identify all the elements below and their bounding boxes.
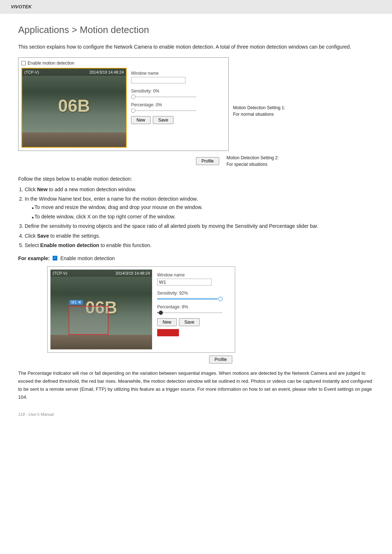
percentage-slider-1[interactable] — [131, 110, 196, 111]
new-button-1[interactable]: New — [131, 116, 151, 124]
footer-paragraph: The Percentage Indicator will rise or fa… — [18, 369, 374, 401]
percentage-slider-2[interactable] — [157, 312, 222, 313]
page-number: 118 - User's Manual — [18, 412, 374, 416]
example-checkbox-label: Enable motion detection — [60, 255, 115, 261]
percentage-indicator — [157, 329, 179, 336]
window-name-row-2: Window name — [157, 272, 227, 286]
panel1-title: Enable motion detection — [21, 61, 225, 66]
enable-motion-checkbox[interactable] — [21, 61, 26, 65]
step-4: Click Save to enable the settings. — [25, 232, 374, 240]
profile-row-2: Profile — [47, 356, 232, 364]
detection-panel-2: (TCP-V) 2014/3/19 14:48:24 06B W1 ✕ — [47, 266, 235, 353]
for-example-row: For example: Enable motion detection — [18, 255, 374, 261]
camera-feed-2: (TCP-V) 2014/3/19 14:48:24 06B W1 ✕ — [50, 270, 152, 349]
annotation-1: Motion Detection Setting 1: For normal s… — [233, 104, 306, 118]
building-number-1: 06B — [58, 96, 90, 116]
window-name-row: Window name — [131, 71, 221, 83]
settings-panel-1: Window name Sensitivity: 0% P — [127, 68, 225, 148]
header: VIVOTEK — [0, 0, 392, 13]
intro-paragraph: This section explains how to configure t… — [18, 43, 374, 51]
camera-ground-2 — [50, 335, 152, 349]
percentage-label-2: Percentage: 8% — [157, 304, 227, 309]
save-button-2[interactable]: Save — [179, 318, 200, 326]
new-button-2[interactable]: New — [157, 318, 177, 326]
step-5: Select Enable motion detection to enable… — [25, 241, 374, 249]
panel2-area: (TCP-V) 2014/3/19 14:48:24 06B W1 ✕ — [47, 266, 374, 364]
buttons-row-1: New Save — [131, 116, 221, 124]
step-2: In the Window Name text box, enter a nam… — [25, 195, 374, 221]
vivotek-logo: VIVOTEK — [11, 4, 32, 9]
profile-button-2[interactable]: Profile — [209, 356, 232, 364]
sensitivity-row-2: Sensitivity: 92% — [157, 291, 227, 299]
bullet-1: To move and resize the window, drag and … — [32, 203, 374, 211]
step-1: Click New to add a new motion detection … — [25, 185, 374, 193]
camera-ground-1 — [22, 132, 126, 147]
content-area: Applications > Motion detection This sec… — [0, 13, 392, 427]
example-checkbox[interactable] — [53, 256, 57, 260]
percentage-row-1: Percentage: 0% — [131, 102, 221, 111]
steps-list: Click New to add a new motion detection … — [25, 185, 374, 250]
bullet-2: To delete window, click X on the top rig… — [32, 213, 374, 221]
window-name-input-1[interactable] — [131, 77, 185, 83]
step-3: Define the sensitivity to moving objects… — [25, 222, 374, 230]
save-button-1[interactable]: Save — [153, 116, 173, 124]
step-2-bullets: To move and resize the window, drag and … — [32, 203, 374, 221]
for-example-label: For example: — [18, 255, 50, 261]
panel2-inner: (TCP-V) 2014/3/19 14:48:24 06B W1 ✕ — [47, 266, 374, 353]
camera-overlay-1: (TCP-V) 2014/3/19 14:48:24 — [22, 69, 126, 76]
window-name-input-2[interactable] — [157, 279, 212, 286]
buttons-row-2: New Save — [157, 318, 227, 326]
camera-overlay-2: (TCP-V) 2014/3/19 14:48:24 — [50, 270, 152, 277]
settings-panel-2: Window name Sensitivity: 92% Percentage:… — [152, 270, 232, 349]
panel1-area: Enable motion detection (TCP-V) 2014/3/1… — [18, 57, 374, 168]
steps-intro: Follow the steps below to enable motion … — [18, 175, 374, 183]
w1-detection-box[interactable]: W1 ✕ — [69, 306, 109, 335]
steps-section: Follow the steps below to enable motion … — [18, 175, 374, 249]
percentage-row-2: Percentage: 8% — [157, 304, 227, 313]
sensitivity-label-1: Sensitivity: 0% — [131, 89, 221, 94]
camera-feed-1: (TCP-V) 2014/3/19 14:48:24 06B — [21, 68, 127, 148]
page-title: Applications > Motion detection — [18, 24, 374, 36]
profile-row-1: Profile Motion Detection Setting 2: For … — [18, 155, 374, 168]
detection-panel-1: Enable motion detection (TCP-V) 2014/3/1… — [18, 57, 229, 151]
sensitivity-row-1: Sensitivity: 0% — [131, 89, 221, 97]
percentage-label-1: Percentage: 0% — [131, 102, 221, 107]
profile-button-1[interactable]: Profile — [196, 157, 219, 165]
sensitivity-slider-2[interactable] — [157, 299, 222, 299]
annotation-2: Motion Detection Setting 2: For special … — [226, 155, 279, 168]
w1-close-icon[interactable]: ✕ — [78, 300, 81, 304]
w1-label: W1 ✕ — [69, 300, 83, 305]
sensitivity-slider-1[interactable] — [131, 97, 196, 97]
sensitivity-label-2: Sensitivity: 92% — [157, 291, 227, 296]
panel1-content: (TCP-V) 2014/3/19 14:48:24 06B Window na… — [21, 68, 225, 148]
